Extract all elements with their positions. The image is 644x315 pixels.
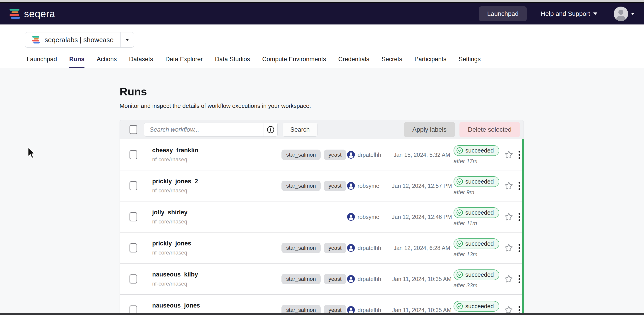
run-name-link[interactable]: nauseous_kilby: [152, 271, 282, 278]
search-input[interactable]: [144, 123, 264, 136]
bottom-bar: [0, 313, 644, 315]
run-row[interactable]: nauseous_kilby nf-core/rnaseq star_salmo…: [120, 263, 522, 294]
chevron-down-icon: [593, 13, 597, 15]
status-badge: succeeded: [454, 269, 499, 280]
seqera-logo-text: seqera: [24, 8, 55, 20]
user-avatar-icon: [347, 275, 355, 283]
run-name-link[interactable]: nauseous_jones: [152, 302, 282, 309]
run-row[interactable]: cheesy_franklin nf-core/rnaseq star_salm…: [120, 139, 522, 170]
avatar[interactable]: [614, 7, 628, 21]
search-info-icon[interactable]: [264, 123, 278, 136]
user-menu[interactable]: [614, 7, 634, 21]
seqera-logo[interactable]: seqera: [9, 8, 55, 20]
run-labels: star_salmon yeast: [282, 243, 347, 253]
tab-settings[interactable]: Settings: [458, 56, 481, 68]
star-icon[interactable]: [502, 213, 516, 221]
row-checkbox[interactable]: [130, 150, 137, 159]
tab-launchpad[interactable]: Launchpad: [27, 56, 57, 68]
delete-selected-button[interactable]: Delete selected: [460, 122, 520, 137]
row-checkbox[interactable]: [130, 181, 137, 190]
table-toolbar: Search Apply labels Delete selected: [120, 120, 524, 139]
run-row[interactable]: prickly_jones_2 nf-core/rnaseq star_salm…: [120, 170, 522, 201]
run-labels: star_salmon yeast: [282, 274, 347, 284]
label-pill[interactable]: star_salmon: [282, 243, 321, 253]
status-text: succeeded: [465, 147, 494, 154]
workspace-selector-label: seqeralabs | showcase: [44, 36, 114, 44]
run-name-link[interactable]: jolly_shirley: [152, 209, 282, 216]
runs-list: cheesy_franklin nf-core/rnaseq star_salm…: [120, 139, 524, 315]
run-duration: after 33m: [454, 282, 478, 289]
row-checkbox[interactable]: [130, 243, 137, 252]
status-badge: succeeded: [454, 176, 499, 187]
page-title: Runs: [120, 85, 524, 98]
row-checkbox[interactable]: [130, 212, 137, 221]
label-pill[interactable]: yeast: [324, 181, 346, 191]
run-user: drpatelhh: [358, 276, 381, 282]
run-row[interactable]: jolly_shirley nf-core/rnaseq robsyme Jan…: [120, 201, 522, 232]
run-row[interactable]: nauseous_jones nf-core/rnaseq star_salmo…: [120, 294, 522, 315]
run-labels: star_salmon yeast: [282, 150, 347, 160]
launchpad-button[interactable]: Launchpad: [479, 6, 527, 21]
workspace-org-icon: [32, 36, 40, 44]
status-badge: succeeded: [454, 145, 499, 156]
help-and-support-menu[interactable]: Help and Support: [541, 10, 597, 18]
browser-chrome-strip: [0, 0, 644, 2]
check-circle-icon: [456, 178, 463, 185]
select-all-checkbox[interactable]: [130, 125, 137, 134]
info-icon: [267, 126, 274, 133]
workspace-selector-toggle[interactable]: [121, 33, 134, 47]
user-avatar-icon: [347, 182, 355, 190]
tab-datasets[interactable]: Datasets: [129, 56, 153, 68]
kebab-menu-icon[interactable]: [516, 243, 523, 253]
run-name-link[interactable]: prickly_jones: [152, 240, 282, 247]
user-avatar-icon: [347, 213, 355, 221]
search-button[interactable]: Search: [282, 123, 318, 137]
kebab-menu-icon[interactable]: [516, 274, 523, 284]
tab-credentials[interactable]: Credentials: [338, 56, 369, 68]
label-pill[interactable]: star_salmon: [282, 150, 321, 160]
status-text: succeeded: [465, 240, 494, 247]
tab-runs[interactable]: Runs: [69, 56, 85, 68]
run-row[interactable]: prickly_jones nf-core/rnaseq star_salmon…: [120, 232, 522, 263]
tab-data-explorer[interactable]: Data Explorer: [165, 56, 203, 68]
status-badge: succeeded: [454, 238, 499, 249]
label-pill[interactable]: star_salmon: [282, 181, 321, 191]
star-icon[interactable]: [502, 275, 516, 283]
row-checkbox[interactable]: [130, 274, 137, 283]
tab-actions[interactable]: Actions: [97, 56, 117, 68]
app-window: seqera Launchpad Help and Support seqera…: [0, 0, 644, 315]
run-duration: after 17m: [454, 158, 478, 165]
run-user: robsyme: [358, 214, 379, 220]
run-duration: after 9m: [454, 189, 474, 196]
label-pill[interactable]: star_salmon: [282, 274, 321, 284]
star-icon[interactable]: [502, 182, 516, 190]
star-icon[interactable]: [502, 244, 516, 252]
label-pill[interactable]: yeast: [324, 243, 346, 253]
status-badge: succeeded: [454, 207, 499, 218]
tab-secrets[interactable]: Secrets: [382, 56, 402, 68]
user-avatar-icon: [347, 151, 355, 159]
kebab-menu-icon[interactable]: [516, 181, 523, 191]
status-badge: succeeded: [454, 301, 499, 311]
workspace-selector[interactable]: seqeralabs | showcase: [25, 32, 134, 48]
label-pill[interactable]: yeast: [324, 274, 346, 284]
workspace-tabs: Launchpad Runs Actions Datasets Data Exp…: [27, 56, 644, 68]
run-name-link[interactable]: prickly_jones_2: [152, 178, 282, 185]
apply-labels-button[interactable]: Apply labels: [404, 122, 455, 137]
run-user: robsyme: [358, 183, 379, 189]
run-pipeline: nf-core/rnaseq: [152, 156, 282, 163]
run-date: Jan 12, 2024, 6:28 AM: [390, 245, 454, 251]
run-name-link[interactable]: cheesy_franklin: [152, 147, 282, 154]
tab-data-studios[interactable]: Data Studios: [215, 56, 250, 68]
tab-compute-environments[interactable]: Compute Environments: [262, 56, 326, 68]
run-date: Jan 11, 2024, 10:35 AM: [390, 276, 454, 282]
star-icon[interactable]: [502, 150, 516, 159]
run-labels: star_salmon yeast: [282, 181, 347, 191]
kebab-menu-icon[interactable]: [516, 150, 523, 160]
status-text: succeeded: [465, 271, 494, 278]
tab-participants[interactable]: Participants: [414, 56, 446, 68]
content-area: Runs Monitor and inspect the details of …: [0, 68, 644, 315]
runs-table: Search Apply labels Delete selected chee…: [120, 120, 524, 315]
label-pill[interactable]: yeast: [324, 150, 346, 160]
kebab-menu-icon[interactable]: [516, 212, 523, 222]
